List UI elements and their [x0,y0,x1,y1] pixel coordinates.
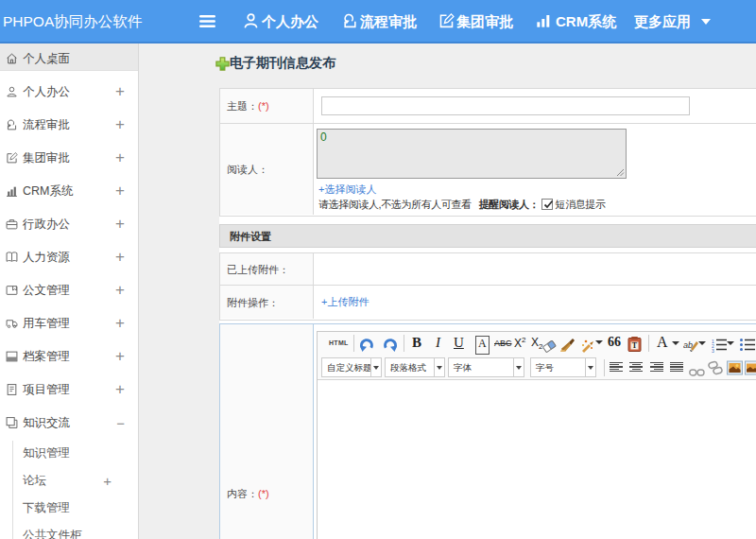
svg-text:3: 3 [712,348,714,354]
svg-text:T: T [632,341,638,350]
